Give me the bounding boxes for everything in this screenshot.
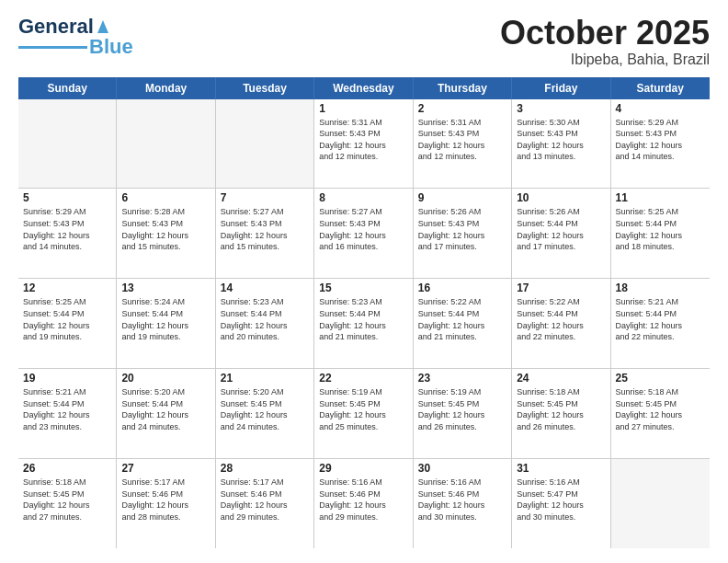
day-info: Sunrise: 5:30 AM Sunset: 5:43 PM Dayligh… bbox=[517, 117, 605, 163]
cal-cell: 4Sunrise: 5:29 AM Sunset: 5:43 PM Daylig… bbox=[611, 99, 710, 189]
cal-cell: 30Sunrise: 5:16 AM Sunset: 5:46 PM Dayli… bbox=[414, 459, 512, 548]
cal-cell: 28Sunrise: 5:17 AM Sunset: 5:46 PM Dayli… bbox=[216, 459, 314, 548]
cal-cell: 8Sunrise: 5:27 AM Sunset: 5:43 PM Daylig… bbox=[314, 189, 413, 278]
day-number: 25 bbox=[616, 372, 705, 385]
day-info: Sunrise: 5:26 AM Sunset: 5:44 PM Dayligh… bbox=[517, 206, 605, 252]
cal-cell: 17Sunrise: 5:22 AM Sunset: 5:44 PM Dayli… bbox=[512, 279, 610, 368]
day-info: Sunrise: 5:31 AM Sunset: 5:43 PM Dayligh… bbox=[418, 117, 506, 163]
logo-blue: Blue bbox=[89, 35, 133, 59]
month-title: October 2025 bbox=[500, 15, 710, 52]
cal-cell: 22Sunrise: 5:19 AM Sunset: 5:45 PM Dayli… bbox=[314, 369, 413, 458]
cal-cell bbox=[18, 99, 117, 189]
header-day-tuesday: Tuesday bbox=[216, 77, 314, 99]
day-info: Sunrise: 5:17 AM Sunset: 5:46 PM Dayligh… bbox=[221, 477, 309, 523]
day-number: 3 bbox=[517, 102, 605, 115]
cal-cell: 16Sunrise: 5:22 AM Sunset: 5:44 PM Dayli… bbox=[414, 279, 512, 368]
svg-marker-0 bbox=[97, 20, 108, 33]
header-day-monday: Monday bbox=[117, 77, 215, 99]
header-day-saturday: Saturday bbox=[611, 77, 710, 99]
cal-cell: 14Sunrise: 5:23 AM Sunset: 5:44 PM Dayli… bbox=[216, 279, 314, 368]
day-info: Sunrise: 5:23 AM Sunset: 5:44 PM Dayligh… bbox=[319, 296, 407, 342]
day-number: 6 bbox=[121, 191, 210, 204]
cal-cell: 1Sunrise: 5:31 AM Sunset: 5:43 PM Daylig… bbox=[314, 99, 413, 189]
day-number: 24 bbox=[517, 372, 605, 385]
day-number: 2 bbox=[418, 102, 506, 115]
day-info: Sunrise: 5:19 AM Sunset: 5:45 PM Dayligh… bbox=[418, 386, 506, 432]
day-number: 23 bbox=[418, 372, 506, 385]
header-day-sunday: Sunday bbox=[18, 77, 117, 99]
day-number: 22 bbox=[319, 372, 407, 385]
location: Ibipeba, Bahia, Brazil bbox=[500, 52, 710, 68]
calendar-header: SundayMondayTuesdayWednesdayThursdayFrid… bbox=[18, 77, 710, 99]
cal-cell: 2Sunrise: 5:31 AM Sunset: 5:43 PM Daylig… bbox=[414, 99, 512, 189]
header: General Blue October 2025 Ibipeba, Bahia… bbox=[18, 15, 710, 68]
cal-cell: 9Sunrise: 5:26 AM Sunset: 5:43 PM Daylig… bbox=[414, 189, 512, 278]
day-info: Sunrise: 5:29 AM Sunset: 5:43 PM Dayligh… bbox=[616, 117, 705, 163]
cal-cell bbox=[611, 459, 710, 548]
day-number: 1 bbox=[319, 102, 407, 115]
day-info: Sunrise: 5:28 AM Sunset: 5:43 PM Dayligh… bbox=[121, 206, 210, 252]
week-row-4: 19Sunrise: 5:21 AM Sunset: 5:44 PM Dayli… bbox=[18, 369, 710, 459]
day-info: Sunrise: 5:19 AM Sunset: 5:45 PM Dayligh… bbox=[319, 386, 407, 432]
day-info: Sunrise: 5:22 AM Sunset: 5:44 PM Dayligh… bbox=[418, 296, 506, 342]
cal-cell: 5Sunrise: 5:29 AM Sunset: 5:43 PM Daylig… bbox=[18, 189, 117, 278]
day-number: 4 bbox=[616, 102, 705, 115]
day-number: 21 bbox=[221, 372, 309, 385]
day-number: 31 bbox=[517, 462, 605, 475]
day-info: Sunrise: 5:17 AM Sunset: 5:46 PM Dayligh… bbox=[121, 477, 210, 523]
day-info: Sunrise: 5:31 AM Sunset: 5:43 PM Dayligh… bbox=[319, 117, 407, 163]
week-row-1: 1Sunrise: 5:31 AM Sunset: 5:43 PM Daylig… bbox=[18, 99, 710, 190]
cal-cell bbox=[216, 99, 314, 189]
day-number: 17 bbox=[517, 282, 605, 294]
day-info: Sunrise: 5:23 AM Sunset: 5:44 PM Dayligh… bbox=[221, 296, 309, 342]
day-number: 11 bbox=[616, 191, 705, 204]
day-info: Sunrise: 5:18 AM Sunset: 5:45 PM Dayligh… bbox=[23, 477, 111, 523]
day-info: Sunrise: 5:21 AM Sunset: 5:44 PM Dayligh… bbox=[616, 296, 705, 342]
title-section: October 2025 Ibipeba, Bahia, Brazil bbox=[500, 15, 710, 68]
day-number: 5 bbox=[23, 191, 111, 204]
day-info: Sunrise: 5:16 AM Sunset: 5:47 PM Dayligh… bbox=[517, 477, 605, 523]
logo: General Blue bbox=[18, 15, 133, 59]
day-number: 9 bbox=[418, 191, 506, 204]
cal-cell: 13Sunrise: 5:24 AM Sunset: 5:44 PM Dayli… bbox=[117, 279, 215, 368]
day-number: 7 bbox=[221, 191, 309, 204]
day-info: Sunrise: 5:18 AM Sunset: 5:45 PM Dayligh… bbox=[517, 386, 605, 432]
calendar-body: 1Sunrise: 5:31 AM Sunset: 5:43 PM Daylig… bbox=[18, 99, 710, 548]
cal-cell: 20Sunrise: 5:20 AM Sunset: 5:44 PM Dayli… bbox=[117, 369, 215, 458]
day-info: Sunrise: 5:18 AM Sunset: 5:45 PM Dayligh… bbox=[616, 386, 705, 432]
day-info: Sunrise: 5:16 AM Sunset: 5:46 PM Dayligh… bbox=[319, 477, 407, 523]
day-number: 16 bbox=[418, 282, 506, 294]
cal-cell: 31Sunrise: 5:16 AM Sunset: 5:47 PM Dayli… bbox=[512, 459, 610, 548]
day-info: Sunrise: 5:16 AM Sunset: 5:46 PM Dayligh… bbox=[418, 477, 506, 523]
day-number: 8 bbox=[319, 191, 407, 204]
day-number: 15 bbox=[319, 282, 407, 294]
cal-cell: 21Sunrise: 5:20 AM Sunset: 5:45 PM Dayli… bbox=[216, 369, 314, 458]
cal-cell: 6Sunrise: 5:28 AM Sunset: 5:43 PM Daylig… bbox=[117, 189, 215, 278]
day-info: Sunrise: 5:20 AM Sunset: 5:45 PM Dayligh… bbox=[221, 386, 309, 432]
day-info: Sunrise: 5:25 AM Sunset: 5:44 PM Dayligh… bbox=[616, 206, 705, 252]
cal-cell: 3Sunrise: 5:30 AM Sunset: 5:43 PM Daylig… bbox=[512, 99, 610, 189]
cal-cell: 15Sunrise: 5:23 AM Sunset: 5:44 PM Dayli… bbox=[314, 279, 413, 368]
header-day-thursday: Thursday bbox=[414, 77, 512, 99]
day-number: 19 bbox=[23, 372, 111, 385]
cal-cell bbox=[117, 99, 215, 189]
cal-cell: 7Sunrise: 5:27 AM Sunset: 5:43 PM Daylig… bbox=[216, 189, 314, 278]
day-number: 14 bbox=[221, 282, 309, 294]
day-number: 27 bbox=[121, 462, 210, 475]
day-number: 29 bbox=[319, 462, 407, 475]
cal-cell: 12Sunrise: 5:25 AM Sunset: 5:44 PM Dayli… bbox=[18, 279, 117, 368]
cal-cell: 10Sunrise: 5:26 AM Sunset: 5:44 PM Dayli… bbox=[512, 189, 610, 278]
calendar: SundayMondayTuesdayWednesdayThursdayFrid… bbox=[18, 77, 710, 548]
cal-cell: 29Sunrise: 5:16 AM Sunset: 5:46 PM Dayli… bbox=[314, 459, 413, 548]
day-info: Sunrise: 5:27 AM Sunset: 5:43 PM Dayligh… bbox=[221, 206, 309, 252]
logo-triangle-icon bbox=[94, 17, 112, 37]
day-info: Sunrise: 5:29 AM Sunset: 5:43 PM Dayligh… bbox=[23, 206, 111, 252]
page: General Blue October 2025 Ibipeba, Bahia… bbox=[0, 0, 728, 563]
day-info: Sunrise: 5:22 AM Sunset: 5:44 PM Dayligh… bbox=[517, 296, 605, 342]
week-row-3: 12Sunrise: 5:25 AM Sunset: 5:44 PM Dayli… bbox=[18, 279, 710, 369]
cal-cell: 18Sunrise: 5:21 AM Sunset: 5:44 PM Dayli… bbox=[611, 279, 710, 368]
header-day-wednesday: Wednesday bbox=[314, 77, 413, 99]
day-number: 30 bbox=[418, 462, 506, 475]
cal-cell: 19Sunrise: 5:21 AM Sunset: 5:44 PM Dayli… bbox=[18, 369, 117, 458]
cal-cell: 11Sunrise: 5:25 AM Sunset: 5:44 PM Dayli… bbox=[611, 189, 710, 278]
